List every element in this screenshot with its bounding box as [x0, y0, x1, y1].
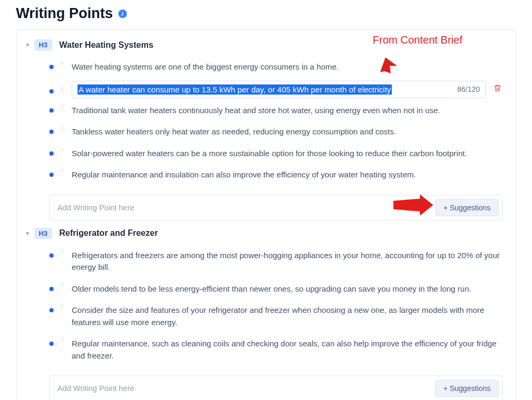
page-title: Writing Points — [16, 5, 113, 22]
point-text[interactable]: Solar-powered water heaters can be a mor… — [72, 148, 503, 160]
selected-text[interactable]: A water heater can consume up to 13.5 kW… — [78, 84, 392, 95]
drag-handle-icon[interactable]: ⠿ — [60, 149, 65, 151]
writing-points-panel: From Content Brief ▼ H3 Water Heating Sy… — [16, 29, 516, 400]
bullet-icon — [49, 65, 54, 69]
add-point-input[interactable] — [57, 203, 430, 212]
points-list-water-heating: ⠿ Water heating systems are one of the b… — [49, 57, 503, 186]
bullet-icon — [49, 173, 54, 177]
list-item: ⠿ Water heating systems are one of the b… — [49, 57, 503, 79]
point-text[interactable]: Regular maintenance, such as cleaning co… — [72, 338, 503, 362]
add-point-input[interactable] — [57, 384, 430, 393]
drag-handle-icon[interactable]: ⠿ — [60, 63, 65, 64]
suggestions-button[interactable]: + Suggestions — [435, 380, 499, 397]
drag-handle-icon[interactable]: ⠿ — [60, 171, 65, 172]
char-count: 86/120 — [457, 85, 480, 93]
section-header-water-heating: ▼ H3 Water Heating Systems — [25, 39, 507, 50]
add-point-row: + Suggestions — [49, 195, 503, 220]
bullet-icon — [49, 308, 54, 312]
point-text[interactable]: Tankless water heaters only heat water a… — [72, 126, 503, 138]
list-item: ⠿ Refrigerators and freezers are among t… — [49, 245, 503, 279]
point-text[interactable]: Regular maintenance and insulation can a… — [72, 169, 503, 181]
collapse-caret-icon[interactable]: ▼ — [25, 42, 30, 48]
info-icon[interactable]: i — [118, 10, 127, 18]
bullet-icon — [49, 342, 54, 346]
list-item: ⠿ Tankless water heaters only heat water… — [49, 122, 503, 143]
add-point-row: + Suggestions — [49, 376, 503, 400]
h3-badge: H3 — [35, 228, 52, 239]
point-text[interactable]: Water heating systems are one of the big… — [72, 61, 503, 73]
section-title: Water Heating Systems — [59, 40, 153, 50]
points-list-refrigerator: ⠿ Refrigerators and freezers are among t… — [49, 245, 503, 368]
list-item: ⠿ Traditional tank water heaters continu… — [49, 100, 503, 122]
drag-handle-icon[interactable]: ⠿ — [60, 251, 65, 253]
list-item: ⠿ Regular maintenance and insulation can… — [49, 165, 503, 186]
list-item: ⠿ Regular maintenance, such as cleaning … — [49, 334, 503, 367]
point-text[interactable]: Consider the size and features of your r… — [72, 304, 503, 328]
bullet-icon — [49, 287, 54, 291]
bullet-icon — [49, 89, 54, 93]
bullet-icon — [49, 151, 54, 156]
list-item-selected: ⠿ A water heater can consume up to 13.5 … — [49, 79, 503, 100]
section-title: Refrigerator and Freezer — [59, 228, 158, 238]
section-header-refrigerator: ▼ H3 Refrigerator and Freezer — [25, 228, 507, 239]
list-item: ⠿ Older models tend to be less energy-ef… — [49, 279, 503, 301]
drag-handle-icon[interactable]: ⠿ — [60, 285, 65, 286]
point-text[interactable]: Traditional tank water heaters continuou… — [72, 105, 503, 117]
h3-badge: H3 — [35, 39, 52, 50]
bullet-icon — [49, 130, 54, 134]
selected-point-input[interactable]: A water heater can consume up to 13.5 kW… — [72, 81, 486, 98]
drag-handle-icon[interactable]: ⠿ — [60, 306, 65, 308]
point-text[interactable]: Older models tend to be less energy-effi… — [72, 283, 503, 295]
bullet-icon — [49, 253, 54, 258]
list-item: ⠿ Consider the size and features of your… — [49, 300, 503, 334]
suggestions-button[interactable]: + Suggestions — [435, 199, 499, 216]
collapse-caret-icon[interactable]: ▼ — [25, 231, 30, 236]
list-item: ⠿ Solar-powered water heaters can be a m… — [49, 143, 503, 165]
drag-handle-icon[interactable]: ⠿ — [60, 106, 65, 108]
trash-icon[interactable] — [492, 84, 503, 95]
drag-handle-icon[interactable]: ⠿ — [60, 127, 65, 129]
drag-handle-icon[interactable]: ⠿ — [60, 89, 65, 91]
point-text[interactable]: Refrigerators and freezers are among the… — [72, 250, 503, 274]
drag-handle-icon[interactable]: ⠿ — [60, 339, 65, 341]
bullet-icon — [49, 108, 54, 113]
